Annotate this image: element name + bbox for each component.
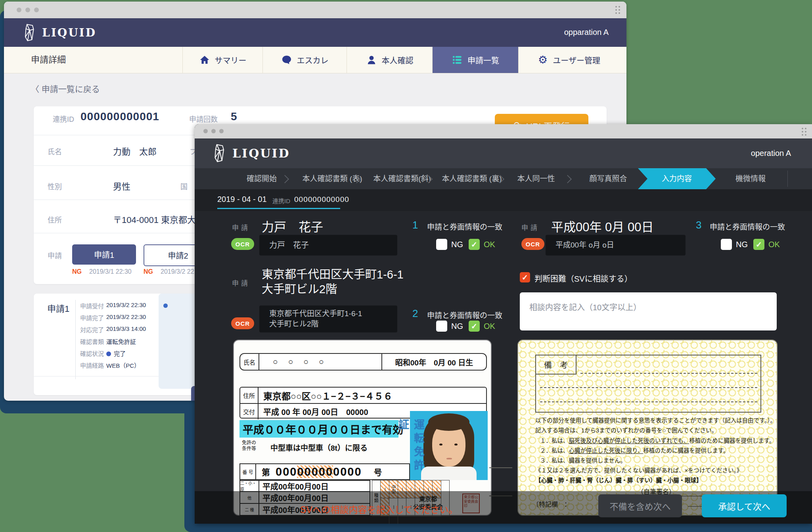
nav-tab-applications[interactable]: 申請一覧 [432,47,519,73]
application-2-label: 申請2 [168,250,188,261]
match-label: 申請と券面情報の一致 [427,221,502,232]
nav-tab-label: 申請一覧 [467,54,499,66]
divider [75,300,76,379]
app-header-front: LIQUID operation A [195,138,812,168]
ng-checkbox[interactable] [436,239,447,250]
traffic-dot-icon[interactable] [17,8,21,12]
ocr-badge-orange: OCR [231,317,254,329]
remarks-label: 備 考 [536,355,576,375]
step-identity[interactable]: 本人同一性 [502,168,570,189]
ok-checkbox-checked[interactable] [469,239,480,250]
application-count-label: 申請回数 [189,113,218,124]
page-title: 申請詳細 [31,47,66,73]
window-back-titlebar[interactable] [4,2,626,18]
license-number-box: 番 号 第 000000000000 号 [239,463,410,480]
back-to-list-link[interactable]: 〈 申請一覧に戻る [31,83,100,94]
history-row-value: WEB（PC） [106,361,140,369]
traffic-dot-icon[interactable] [211,129,216,133]
ok-checkbox-checked[interactable] [753,239,764,250]
application-2-status: NG [144,268,153,275]
operator-name: opparation A [564,28,609,37]
brand-name: LIQUID [232,146,290,160]
ok-label: OK [484,322,495,331]
application-1-date: 2019/3/1 22:30 [89,268,132,275]
nav-tab-label: 本人確認 [382,54,414,66]
verification-stepper: 確認開始 本人確認書類 (表) 本人確認書類(斜) 本人確認書類 (裏) 本人同… [195,168,812,189]
license-row-value: 平成00年00月00日 [259,481,370,491]
step-sensitive-info[interactable]: 機微情報 [717,168,784,189]
window-grip-icon [801,127,807,136]
match-item-number: 1 [412,219,418,231]
nav-tab-summary[interactable]: サマリー [182,47,263,73]
history-row-value: 完了 [106,349,126,357]
status-dot [106,351,111,356]
nav-tab-label: サマリー [215,54,247,66]
history-row-label: 申請完了 [80,313,104,322]
license-number-suffix: 号 [374,466,382,478]
nav-tab-escalation[interactable]: エスカレ [262,47,347,73]
traffic-dot-icon[interactable] [25,8,30,12]
ng-checkbox[interactable] [721,239,732,250]
ok-checkbox-checked[interactable] [469,321,480,332]
ocr-address-input[interactable]: 東京都千代田区犬手町1-6-1 犬手町ヒル2階 [259,305,397,332]
photo-mouth [446,458,452,459]
status-dot [163,303,168,308]
history-row-label: 確認書類 [80,337,104,346]
donor-note-2: 【心臓・肺・肝臓・腎（じん）臓・膵（すい）臓・小腸・眼球】 [535,476,702,484]
main-nav-back: 申請詳細 サマリー エスカレ 本人確認 申請一覧 ⚙ ユーザー管理 [4,47,626,73]
step-face-match[interactable]: 顔写真照合 [575,168,642,189]
traffic-dot-icon[interactable] [203,129,208,133]
ng-label: NG [451,240,463,249]
license-number-prefix: 第 [262,466,270,478]
application-label: 申請 [232,222,250,232]
ocr-badge-green: OCR [231,238,254,250]
ocr-birthdate-input[interactable]: 平成00年 o月 o日 [546,235,686,255]
consult-textarea[interactable] [520,292,777,330]
brand-name: LIQUID [42,26,96,39]
ng-checkbox[interactable] [436,321,447,332]
step-doc-back[interactable]: 本人確認書類 (裏) [438,168,506,189]
difficult-judgement-checkbox-checked[interactable] [520,272,530,282]
license-back-donor-card-image: 備 考 以下の部分を使用して臓器提供に関する意思を表示することができます（記入は… [517,340,778,516]
nav-tab-identity[interactable]: 本人確認 [347,47,433,73]
history-row-label: 対応完了 [80,325,104,334]
match-label: 申請と券面情報の一致 [710,221,785,232]
step-input-content-active[interactable]: 入力内容 [638,168,716,189]
list-icon [452,55,462,65]
match-item-number: 3 [696,219,701,231]
photo-shirt [421,467,477,480]
approve-next-button[interactable]: 承認して次へ [702,494,787,517]
dashed-line [540,401,757,402]
remarks-box: 備 考 [535,355,761,413]
application-1-label: 申請1 [94,249,114,260]
ng-label: NG [451,322,463,331]
linked-id-label: 連携ID [272,196,290,205]
application-1-status: NG [72,268,82,275]
donor-note-1: 《１又は２を選んだ方で、提供したくない臓器があれば、×をつけてください。》 [535,466,742,474]
nav-tab-users[interactable]: ⚙ ユーザー管理 [518,47,620,73]
nationality-label-cut: 国 [180,181,188,191]
address-label: 住所 [48,214,62,225]
gear-icon: ⚙ [538,55,548,65]
window-front: LIQUID operation A 確認開始 本人確認書類 (表) 本人確認書… [195,124,812,524]
ocr-name-input[interactable]: 力戸 花子 [259,235,397,255]
license-name-box: 氏名 ○○○○ 昭和00年 0月 00 日生 [239,353,487,371]
history-row-label: 申請受付 [80,302,104,310]
history-row-value: 運転免許証 [106,337,136,346]
liquid-gem-icon [213,144,227,162]
liquid-logo: LIQUID [213,144,290,162]
window-front-titlebar[interactable] [195,124,812,138]
history-row-value: 2019/3/2 22:30 [106,313,146,320]
name-value: 力動 太郎 [113,144,157,157]
next-with-defects-button[interactable]: 不備を含め次へ [598,494,682,517]
application-1-tab[interactable]: 申請1 [72,244,136,265]
donor-item-3: ３．私は、臓器を提供しません。 [540,456,626,464]
application-label: 申請 [48,250,62,260]
license-number-digits: 000000000000 [276,465,362,478]
traffic-dot-icon[interactable] [219,129,224,133]
match-item-number: 2 [412,307,418,320]
desktop-canvas: LIQUID opparation A 申請詳細 サマリー エスカレ 本人確認 … [0,0,812,532]
history-row-value: 2019/3/3 14:00 [106,325,146,332]
divider [787,171,788,187]
traffic-dot-icon[interactable] [34,8,39,12]
